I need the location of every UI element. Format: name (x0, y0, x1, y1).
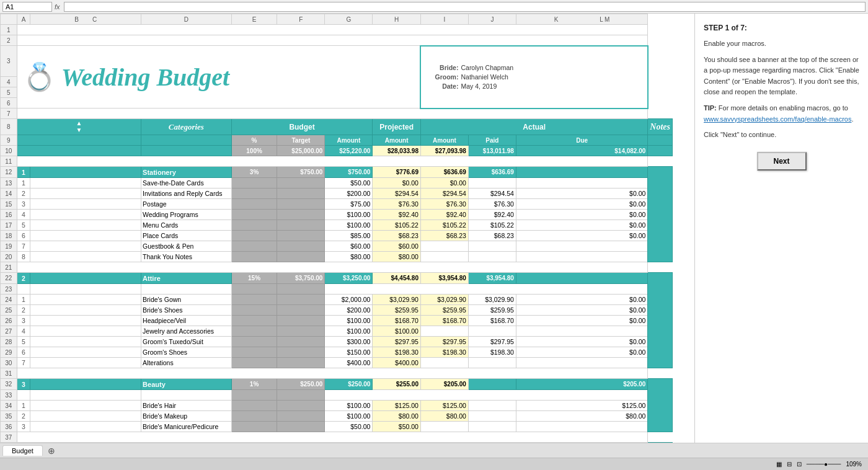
name-box[interactable] (2, 2, 52, 12)
next-button[interactable]: Next (757, 152, 807, 171)
i-budget: $50.00 (325, 178, 373, 188)
budget-header: Budget (231, 119, 373, 135)
cat1-notes (648, 167, 673, 262)
item-row: 20 8 Thank You Notes $80.00 $80.00 (1, 252, 673, 262)
i-num: 7 (17, 241, 30, 252)
info-box: Bride: Carolyn Chapman Groom: Nathaniel … (420, 46, 647, 109)
i-proj: $3,029.90 (373, 295, 421, 305)
cat2-budget: $3,250.00 (325, 273, 373, 284)
rn-2: 2 (1, 35, 17, 46)
cat1-pct: 3% (231, 167, 277, 178)
spacer-row: 37 (1, 432, 673, 443)
sheet-tab-budget[interactable]: Budget (2, 445, 43, 456)
i-name: Invitations and Reply Cards (141, 188, 232, 199)
sh-empty (17, 135, 141, 146)
view-layout-icon[interactable]: ⊡ (797, 461, 802, 468)
sort-down-btn[interactable]: ▼ (73, 127, 84, 133)
i-budget: $75.00 (325, 199, 373, 210)
col-D: D (141, 14, 232, 25)
status-bar: ▦ ⊟ ⊡ ────●─── 109% (0, 458, 868, 470)
row-10-totals: 10 100% $25,000.00 $25,220.00 $28,033.98… (1, 146, 673, 156)
i-actual (420, 241, 468, 252)
col-header-row: A B C D E F G H I J K L M (1, 14, 673, 25)
i-target (277, 178, 325, 188)
cat2-due (516, 273, 647, 284)
i-paid: $3,029.90 (468, 295, 516, 305)
click-next-text: Click "Next" to continue. (704, 130, 859, 141)
rn-7: 7 (1, 109, 17, 119)
tot-proj: $28,033.98 (373, 146, 421, 156)
cat-row-stationery: 12 1 Stationery 3% $750.00 $750.00 $776.… (1, 167, 673, 178)
view-normal-icon[interactable]: ▦ (776, 461, 782, 468)
i-target (277, 210, 325, 220)
r7-empty (17, 109, 648, 119)
sh-projamt: Amount (373, 135, 421, 146)
add-sheet-button[interactable]: ⊕ (43, 446, 60, 456)
item-row: 24 1 Bride's Gown $2,000.00 $3,029.90 $3… (1, 295, 673, 305)
i-actual: $92.40 (420, 210, 468, 220)
wedding-title: Wedding Budget (61, 63, 230, 92)
i-budget: $80.00 (325, 252, 373, 262)
tot-actual: $27,093.98 (420, 146, 468, 156)
col-BC: B C (30, 14, 141, 25)
i-proj: $105.22 (373, 220, 421, 231)
ring-icon: 💍 (22, 63, 56, 91)
row-9-subheaders: 9 % Target Amount Amount Amount Paid Due (1, 135, 673, 146)
item-row: 23 (1, 284, 673, 295)
col-I: I (420, 14, 468, 25)
i-budget: $200.00 (325, 188, 373, 199)
item-row: 13 1 Save-the-Date Cards $50.00 $0.00 $0… (1, 178, 673, 188)
panel-tip: TIP: For more details on enabling macros… (704, 103, 859, 125)
i-num (17, 284, 30, 295)
i-name: Thank You Notes (141, 252, 232, 262)
sh-pct: % (231, 135, 277, 146)
i-sp (30, 220, 141, 231)
sort-up-btn[interactable]: ▲ (73, 120, 84, 126)
row-7: 7 (1, 109, 673, 119)
i-actual: $68.23 (420, 231, 468, 241)
cat1-name: Stationery (141, 167, 232, 178)
i-pct (231, 178, 277, 188)
item-row: 17 5 Menu Cards $100.00 $105.22 $105.22 … (1, 220, 673, 231)
tip-body: For more details on enabling macros, go … (719, 104, 848, 112)
rn-6: 6 (1, 98, 17, 109)
cat2-num: 2 (17, 273, 30, 284)
sh-actamt: Amount (420, 135, 468, 146)
spreadsheet-area[interactable]: A B C D E F G H I J K L M (0, 14, 694, 443)
i-pct (231, 241, 277, 252)
title-spacer (231, 46, 420, 109)
col-A: A (17, 14, 30, 25)
sh-due: Due (516, 135, 647, 146)
item-row: 25 2 Bride's Shoes $200.00 $259.95 $259.… (1, 305, 673, 316)
groom-label: Groom: (427, 73, 458, 81)
rn-9: 9 (1, 135, 17, 146)
i-target (277, 188, 325, 199)
view-page-icon[interactable]: ⊟ (787, 461, 792, 468)
i-sp (30, 178, 141, 188)
item-row: 16 4 Wedding Programs $100.00 $92.40 $92… (1, 210, 673, 220)
i-paid (468, 178, 516, 188)
i-pct (231, 231, 277, 241)
sheet-tabs-bar: Budget ⊕ (0, 443, 868, 458)
tot-paid: $13,011.98 (468, 146, 516, 156)
cat1-spacer (30, 167, 141, 178)
row-8-headers: 8 ▲ ▼ Categories Budget Projected Actual (1, 119, 673, 135)
zoom-slider[interactable]: ────●─── (807, 461, 841, 468)
groom-val: Nathaniel Welch (461, 73, 508, 81)
col-E: E (231, 14, 277, 25)
i-proj: $80.00 (373, 252, 421, 262)
categories-header: Categories (141, 119, 232, 135)
spreadsheet-wrapper: A B C D E F G H I J K L M (0, 14, 673, 443)
item-row: 27 4 Jewelry and Accessories $100.00 $10… (1, 326, 673, 337)
i-num: 1 (17, 295, 30, 305)
formula-input[interactable] (64, 2, 866, 12)
i-pct (231, 188, 277, 199)
col-J: J (468, 14, 516, 25)
bride-val: Carolyn Chapman (461, 64, 513, 71)
r2-empty (17, 35, 648, 46)
actual-header: Actual (420, 119, 647, 135)
item-row: 15 3 Postage $75.00 $76.30 $76.30 $76.30… (1, 199, 673, 210)
item-row: 33 (1, 390, 673, 401)
cat-row-attire: 22 2 Attire 15% $3,750.00 $3,250.00 $4,4… (1, 273, 673, 284)
formula-bar: fx (0, 0, 868, 14)
